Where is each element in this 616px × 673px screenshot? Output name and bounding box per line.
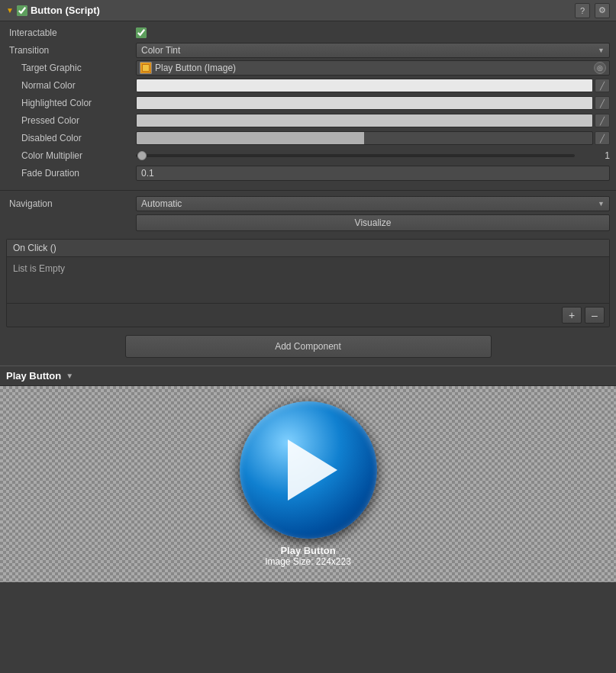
interactable-label: Interactable — [6, 27, 136, 38]
help-button[interactable]: ? — [575, 3, 590, 18]
normal-color-label: Normal Color — [6, 80, 136, 91]
navigation-dropdown-arrow-icon: ▼ — [598, 200, 605, 208]
transition-row: Transition Color Tint ▼ — [6, 42, 610, 59]
onclick-footer: + – — [7, 303, 609, 327]
target-graphic-row: Target Graphic Play Button (Image) ◎ — [6, 60, 610, 76]
component-title: Button (Script) — [31, 5, 100, 16]
pressed-color-field: ╱ — [136, 114, 610, 127]
normal-color-eyedropper[interactable]: ╱ — [595, 79, 610, 92]
fade-duration-row: Fade Duration 0.1 — [6, 165, 610, 182]
target-graphic-value: Play Button (Image) — [155, 63, 591, 73]
color-multiplier-slider-container: 1 — [136, 150, 610, 161]
normal-color-field: ╱ — [136, 79, 610, 92]
target-graphic-label: Target Graphic — [6, 63, 136, 73]
color-multiplier-row: Color Multiplier 1 — [6, 147, 610, 164]
fade-duration-label: Fade Duration — [6, 168, 136, 179]
settings-button[interactable]: ⚙ — [595, 3, 610, 18]
target-graphic-icon — [140, 62, 152, 74]
color-multiplier-label: Color Multiplier — [6, 150, 136, 161]
pressed-color-eyedropper[interactable]: ╱ — [595, 114, 610, 127]
divider-1 — [0, 190, 616, 191]
pressed-color-label: Pressed Color — [6, 115, 136, 126]
disabled-color-row: Disabled Color ╱ — [6, 130, 610, 147]
normal-color-row: Normal Color ╱ — [6, 77, 610, 94]
highlighted-color-eyedropper[interactable]: ╱ — [595, 96, 610, 110]
disabled-color-swatch[interactable] — [136, 131, 593, 145]
component-header: ▼ Button (Script) ? ⚙ — [0, 0, 616, 21]
play-button-visual — [240, 401, 377, 539]
color-multiplier-slider[interactable] — [136, 154, 575, 157]
highlighted-color-label: Highlighted Color — [6, 98, 136, 108]
expand-icon[interactable]: ▼ — [6, 6, 14, 14]
play-button-dropdown-arrow-icon: ▼ — [66, 372, 73, 380]
navigation-dropdown[interactable]: Automatic ▼ — [136, 196, 610, 211]
normal-color-swatch[interactable] — [136, 79, 593, 92]
onclick-section: On Click () List is Empty + – — [6, 239, 610, 327]
onclick-add-button[interactable]: + — [562, 307, 582, 324]
highlighted-color-field: ╱ — [136, 96, 610, 110]
play-button-preview-section: Play Button ▼ Play Button Image Size: 22… — [0, 365, 616, 582]
visualize-button[interactable]: Visualize — [136, 214, 610, 231]
disabled-color-field: ╱ — [136, 131, 610, 145]
play-button-header: Play Button ▼ — [0, 366, 616, 386]
pressed-color-row: Pressed Color ╱ — [6, 112, 610, 129]
color-multiplier-value: 1 — [579, 150, 610, 161]
play-button-size: Image Size: 224x223 — [265, 556, 351, 567]
target-graphic-field[interactable]: Play Button (Image) ◎ — [136, 60, 610, 76]
interactable-checkbox[interactable] — [136, 27, 147, 38]
add-component-button[interactable]: Add Component — [125, 335, 492, 358]
play-triangle-icon — [288, 440, 337, 501]
properties-section: Interactable Transition Color Tint ▼ Tar… — [0, 21, 616, 185]
play-button-label: Play Button — [280, 545, 335, 556]
pressed-color-swatch[interactable] — [136, 114, 593, 127]
fade-duration-input[interactable]: 0.1 — [136, 166, 610, 181]
navigation-row: Navigation Automatic ▼ — [0, 195, 616, 212]
dropdown-arrow-icon: ▼ — [598, 47, 605, 54]
disabled-color-label: Disabled Color — [6, 133, 136, 143]
enabled-checkbox[interactable] — [17, 5, 27, 16]
transition-dropdown[interactable]: Color Tint ▼ — [136, 43, 610, 58]
disabled-color-eyedropper[interactable]: ╱ — [595, 131, 610, 145]
onclick-empty-label: List is Empty — [7, 257, 609, 303]
onclick-header: On Click () — [7, 240, 609, 257]
highlighted-color-row: Highlighted Color ╱ — [6, 95, 610, 111]
navigation-label: Navigation — [6, 198, 136, 209]
onclick-remove-button[interactable]: – — [585, 307, 605, 324]
play-button-title: Play Button — [6, 370, 61, 382]
interactable-row: Interactable — [6, 24, 610, 41]
svg-rect-2 — [143, 65, 149, 71]
target-graphic-picker-button[interactable]: ◎ — [594, 62, 606, 74]
slider-thumb — [137, 151, 147, 160]
highlighted-color-swatch[interactable] — [136, 96, 593, 110]
transition-label: Transition — [6, 45, 136, 56]
play-button-preview-area: Play Button Image Size: 224x223 — [0, 386, 616, 582]
